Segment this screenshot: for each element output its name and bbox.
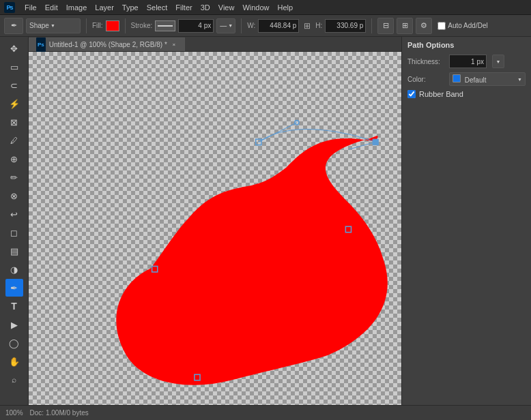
tool-path-select[interactable]: ▶ xyxy=(5,316,23,333)
thickness-dropdown-btn[interactable]: ▼ xyxy=(492,55,504,68)
canvas-tab-title: Untitled-1 @ 100% (Shape 2, RGB/8) * xyxy=(49,38,167,52)
fill-color-swatch[interactable] xyxy=(106,20,119,31)
tool-preset-picker[interactable]: ✒ xyxy=(4,18,23,34)
tool-zoom[interactable]: ⌕ xyxy=(5,371,23,389)
menu-layer[interactable]: Layer xyxy=(91,0,118,15)
link-dimensions-icon[interactable]: ⊞ xyxy=(302,20,313,31)
main-area: ✥ ▭ ⊂ ⚡ ⊠ 🖊 ⊕ ✏ ⊗ ↩ ◻ ▤ ◑ ✒ T ▶ ◯ ✋ ⌕ Ps… xyxy=(0,37,531,405)
pen-tool-icon: ✒ xyxy=(11,21,17,30)
menu-file[interactable]: File xyxy=(20,0,41,15)
menu-select[interactable]: Select xyxy=(143,0,172,15)
chevron-down-icon: ▼ xyxy=(51,23,55,28)
tool-crop[interactable]: ⊠ xyxy=(5,113,23,131)
tool-history-brush[interactable]: ↩ xyxy=(5,205,23,223)
ps-logo-badge: Ps xyxy=(4,2,15,13)
canvas-viewport[interactable] xyxy=(29,52,401,405)
stroke-style-picker[interactable] xyxy=(155,20,175,31)
tool-shape[interactable]: ◯ xyxy=(5,334,23,352)
width-input[interactable] xyxy=(258,19,299,33)
path-operations-icon[interactable]: ⚙ xyxy=(416,18,432,34)
fill-label: Fill: xyxy=(92,22,103,29)
separator-1 xyxy=(86,18,87,33)
h-label: H: xyxy=(315,22,322,29)
menu-view[interactable]: View xyxy=(214,0,239,15)
tool-hand[interactable]: ✋ xyxy=(5,352,23,370)
tool-spot-heal[interactable]: ⊕ xyxy=(5,150,23,168)
shape-mode-dropdown[interactable]: Shape ▼ xyxy=(26,18,81,33)
rubber-band-label: Rubber Band xyxy=(419,90,463,98)
tool-lasso[interactable]: ⊂ xyxy=(5,76,23,94)
status-bar: 100% Doc: 1.00M/0 bytes xyxy=(0,405,531,420)
tool-gradient[interactable]: ▤ xyxy=(5,242,23,260)
color-label: Color: xyxy=(407,76,445,83)
canvas-checkerboard xyxy=(29,52,401,405)
tool-move[interactable]: ✥ xyxy=(5,40,23,57)
align-right-icon[interactable]: ⊞ xyxy=(397,18,413,34)
menu-image[interactable]: Image xyxy=(62,0,91,15)
menu-bar: Ps File Edit Image Layer Type Select Fil… xyxy=(0,0,531,15)
options-bar: ✒ Shape ▼ Fill: Stroke: 4 px — ▼ W: ⊞ H:… xyxy=(0,15,531,37)
ps-tab-badge: Ps xyxy=(36,38,46,52)
canvas-area: Ps Untitled-1 @ 100% (Shape 2, RGB/8) * … xyxy=(29,37,401,405)
thickness-input[interactable] xyxy=(449,55,487,68)
color-row: Color: Default ▼ xyxy=(407,72,526,86)
stroke-type-dropdown[interactable]: — ▼ xyxy=(216,18,235,33)
stroke-line-icon xyxy=(158,25,173,27)
chevron-down-icon3: ▼ xyxy=(496,59,501,64)
tool-clone-stamp[interactable]: ⊗ xyxy=(5,187,23,205)
path-options-title: Path Options xyxy=(407,41,526,49)
path-options-panel: Path Options Thickness: ▼ Color: Default… xyxy=(401,37,531,405)
chevron-down-icon4: ▼ xyxy=(517,77,522,82)
tab-bar: Ps Untitled-1 @ 100% (Shape 2, RGB/8) * … xyxy=(29,37,401,52)
thickness-label: Thickness: xyxy=(407,58,445,65)
tool-marquee[interactable]: ▭ xyxy=(5,58,23,76)
tool-eraser[interactable]: ◻ xyxy=(5,224,23,241)
chevron-down-icon2: ▼ xyxy=(228,23,233,28)
menu-filter[interactable]: Filter xyxy=(171,0,196,15)
color-name: Default xyxy=(465,76,487,84)
color-dropdown[interactable]: Default ▼ xyxy=(449,72,526,86)
menu-window[interactable]: Window xyxy=(238,0,273,15)
auto-add-label: Auto Add/Del xyxy=(448,22,487,29)
menu-help[interactable]: Help xyxy=(274,0,298,15)
menu-3d[interactable]: 3D xyxy=(197,0,214,15)
separator-4 xyxy=(371,18,372,33)
menu-type[interactable]: Type xyxy=(118,0,143,15)
menu-edit[interactable]: Edit xyxy=(41,0,62,15)
height-input[interactable] xyxy=(325,19,366,33)
tool-dodge[interactable]: ◑ xyxy=(5,260,23,278)
stroke-width-input[interactable]: 4 px xyxy=(178,19,214,33)
w-label: W: xyxy=(247,22,255,29)
stroke-dash-icon: — xyxy=(220,22,227,29)
tool-pen[interactable]: ✒ xyxy=(5,279,23,297)
thickness-row: Thickness: ▼ xyxy=(407,55,526,68)
rubber-band-checkbox[interactable] xyxy=(407,90,416,98)
app-logo: Ps xyxy=(3,1,16,14)
separator-2 xyxy=(125,18,126,33)
stroke-label: Stroke: xyxy=(131,22,153,29)
separator-3 xyxy=(241,18,242,33)
tool-brush[interactable]: ✏ xyxy=(5,168,23,186)
align-left-icon[interactable]: ⊟ xyxy=(377,18,394,34)
canvas-tab-close[interactable]: × xyxy=(171,42,177,48)
toolbox: ✥ ▭ ⊂ ⚡ ⊠ 🖊 ⊕ ✏ ⊗ ↩ ◻ ▤ ◑ ✒ T ▶ ◯ ✋ ⌕ xyxy=(0,37,29,405)
doc-info: Doc: 1.00M/0 bytes xyxy=(30,409,89,417)
auto-add-delete-toggle[interactable]: Auto Add/Del xyxy=(437,22,487,30)
canvas-tab[interactable]: Ps Untitled-1 @ 100% (Shape 2, RGB/8) * … xyxy=(29,38,185,51)
tool-eyedropper[interactable]: 🖊 xyxy=(5,132,23,149)
shape-mode-label: Shape xyxy=(29,22,49,29)
tool-text[interactable]: T xyxy=(5,297,23,315)
zoom-level: 100% xyxy=(5,409,23,417)
color-dot-icon xyxy=(453,74,461,82)
rubber-band-row: Rubber Band xyxy=(407,90,526,98)
tool-quick-select[interactable]: ⚡ xyxy=(5,95,23,112)
